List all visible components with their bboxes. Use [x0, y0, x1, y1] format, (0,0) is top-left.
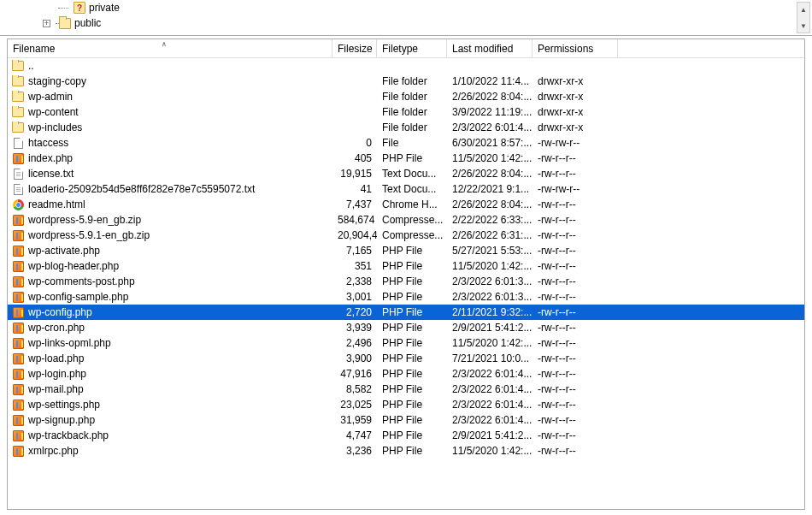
file-row[interactable]: wp-contentFile folder3/9/2022 11:19:...d… — [8, 104, 804, 120]
column-header-filetype[interactable]: Filetype — [377, 39, 447, 57]
file-date: 11/5/2020 1:42:... — [447, 260, 533, 272]
php-file-icon — [13, 323, 24, 334]
file-row[interactable]: readme.html7,437Chrome H...2/26/2022 8:0… — [8, 197, 804, 212]
file-row[interactable]: staging-copyFile folder1/10/2022 11:4...… — [8, 74, 804, 89]
file-row[interactable]: wp-adminFile folder2/26/2022 8:04:...drw… — [8, 89, 804, 104]
file-date: 6/30/2021 8:57:... — [447, 137, 533, 149]
file-type: PHP File — [377, 429, 447, 441]
php-file-icon — [13, 338, 24, 349]
file-permissions: -rw-r--r-- — [533, 245, 618, 257]
file-name: wp-includes — [28, 121, 82, 133]
file-date: 2/3/2022 6:01:4... — [447, 399, 533, 411]
tree-item-public[interactable]: + public — [43, 15, 812, 31]
php-file-icon — [13, 276, 24, 287]
file-row[interactable]: wp-load.php3,900PHP File7/21/2021 10:0..… — [8, 351, 804, 366]
file-type: Chrome H... — [377, 198, 447, 210]
file-type: PHP File — [377, 275, 447, 287]
file-row[interactable]: wp-signup.php31,959PHP File2/3/2022 6:01… — [8, 412, 804, 428]
file-row[interactable]: wp-config-sample.php3,001PHP File2/3/202… — [8, 289, 804, 305]
file-type: Compresse... — [377, 214, 447, 226]
file-row[interactable]: index.php405PHP File11/5/2020 1:42:...-r… — [8, 151, 804, 166]
file-date: 3/9/2022 11:19:... — [447, 106, 533, 118]
scroll-up-icon[interactable]: ▲ — [797, 3, 809, 16]
php-file-icon — [13, 384, 24, 395]
file-date: 2/9/2021 5:41:2... — [447, 429, 533, 441]
file-name: wp-admin — [28, 91, 73, 103]
file-size: 7,437 — [332, 198, 377, 210]
file-permissions: -rw-r--r-- — [533, 291, 618, 303]
file-type: File folder — [377, 75, 447, 87]
file-list[interactable]: ..staging-copyFile folder1/10/2022 11:4.… — [8, 58, 804, 509]
file-row[interactable]: license.txt19,915Text Docu...2/26/2022 8… — [8, 166, 804, 181]
file-size: 405 — [332, 152, 377, 164]
file-name: wp-trackback.php — [28, 429, 109, 441]
file-size: 4,747 — [332, 429, 377, 441]
php-file-icon — [13, 261, 24, 272]
column-header-modified[interactable]: Last modified — [447, 39, 533, 57]
file-row[interactable]: wp-login.php47,916PHP File2/3/2022 6:01:… — [8, 366, 804, 382]
php-file-icon — [13, 307, 24, 318]
file-row[interactable]: wordpress-5.9-en_gb.zip584,674Compresse.… — [8, 212, 804, 228]
file-date: 2/26/2022 8:04:... — [447, 168, 533, 180]
file-row[interactable]: wordpress-5.9.1-en_gb.zip20,904,423Compr… — [8, 228, 804, 243]
scroll-down-icon[interactable]: ▼ — [797, 19, 809, 33]
file-name: wp-cron.php — [28, 322, 85, 334]
file-date: 2/3/2022 6:01:3... — [447, 275, 533, 287]
column-header-filesize[interactable]: Filesize — [332, 39, 377, 57]
php-file-icon — [13, 246, 24, 257]
file-permissions: -rw-r--r-- — [533, 214, 618, 226]
file-row[interactable]: wp-comments-post.php2,338PHP File2/3/202… — [8, 274, 804, 289]
file-size: 7,165 — [332, 245, 377, 257]
file-size: 47,916 — [332, 368, 377, 380]
file-size: 2,496 — [332, 337, 377, 349]
file-permissions: -rw-r--r-- — [533, 229, 618, 241]
php-file-icon — [13, 215, 24, 226]
file-size: 351 — [332, 260, 377, 272]
file-row[interactable]: wp-blog-header.php351PHP File11/5/2020 1… — [8, 258, 804, 274]
column-header-filename[interactable]: Filename — [8, 39, 332, 57]
file-row[interactable]: wp-cron.php3,939PHP File2/9/2021 5:41:2.… — [8, 320, 804, 335]
tree-scrollbar[interactable]: ▲ ▼ — [797, 2, 810, 33]
tree-connector-icon — [58, 2, 70, 14]
file-name: readme.html — [28, 198, 85, 210]
file-list-panel: ∧ Filename Filesize Filetype Last modifi… — [7, 38, 805, 510]
file-permissions: -rw-rw-r-- — [533, 183, 618, 195]
column-header-permissions[interactable]: Permissions — [533, 39, 618, 57]
text-file-icon — [14, 169, 23, 180]
file-row[interactable]: xmlrpc.php3,236PHP File11/5/2020 1:42:..… — [8, 443, 804, 459]
file-permissions: -rw-r--r-- — [533, 168, 618, 180]
file-row[interactable]: wp-mail.php8,582PHP File2/3/2022 6:01:4.… — [8, 382, 804, 397]
file-row[interactable]: wp-activate.php7,165PHP File5/27/2021 5:… — [8, 243, 804, 258]
file-type: File folder — [377, 121, 447, 133]
php-file-icon — [13, 353, 24, 364]
file-row[interactable]: .. — [8, 58, 804, 74]
file-permissions: -rw-r--r-- — [533, 198, 618, 210]
file-permissions: drwxr-xr-x — [533, 75, 618, 87]
file-date: 5/27/2021 5:53:... — [447, 245, 533, 257]
folder-icon — [12, 76, 24, 86]
file-permissions: drwxr-xr-x — [533, 91, 618, 103]
file-row[interactable]: wp-trackback.php4,747PHP File2/9/2021 5:… — [8, 428, 804, 443]
file-row[interactable]: wp-links-opml.php2,496PHP File11/5/2020 … — [8, 335, 804, 351]
folder-question-icon — [74, 2, 85, 14]
tree-item-private[interactable]: private — [58, 0, 812, 15]
tree-expander-icon[interactable]: + — [43, 20, 50, 27]
file-permissions: -rw-r--r-- — [533, 306, 618, 318]
file-date: 2/3/2022 6:01:4... — [447, 383, 533, 395]
file-size: 41 — [332, 183, 377, 195]
file-size: 20,904,423 — [332, 229, 377, 241]
file-name: wp-config-sample.php — [28, 291, 128, 303]
file-type: PHP File — [377, 337, 447, 349]
file-name: wp-activate.php — [28, 245, 100, 257]
file-name: xmlrpc.php — [28, 445, 79, 457]
file-row[interactable]: wp-includesFile folder2/3/2022 6:01:4...… — [8, 120, 804, 135]
file-size: 23,025 — [332, 399, 377, 411]
file-row[interactable]: wp-settings.php23,025PHP File2/3/2022 6:… — [8, 397, 804, 412]
file-permissions: -rw-r--r-- — [533, 429, 618, 441]
folder-icon — [12, 61, 24, 71]
file-name: wp-login.php — [28, 368, 86, 380]
file-row[interactable]: loaderio-25092b54d5e8ff6f282e78e7c559507… — [8, 181, 804, 197]
tree-item-label: public — [74, 17, 101, 29]
file-row[interactable]: wp-config.php2,720PHP File2/11/2021 9:32… — [8, 305, 804, 320]
file-row[interactable]: htaccess0File6/30/2021 8:57:...-rw-rw-r-… — [8, 135, 804, 151]
